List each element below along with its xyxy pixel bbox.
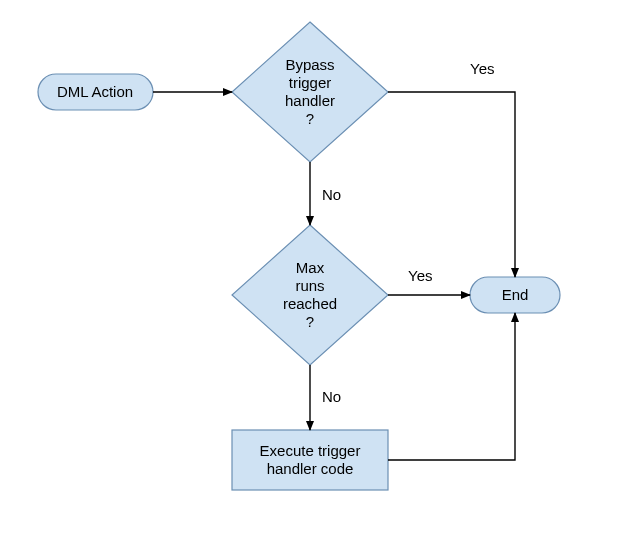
edge-d2-yes-label: Yes (408, 267, 432, 284)
node-process-execute: Execute trigger handler code (232, 430, 388, 490)
node-decision-maxruns: Max runs reached ? (232, 225, 388, 365)
d1-line3: handler (285, 92, 335, 109)
edge-d1-yes-label: Yes (470, 60, 494, 77)
d1-line2: trigger (289, 74, 332, 91)
node-end: End (470, 277, 560, 313)
edge-process-to-end (388, 313, 515, 460)
d1-line4: ? (306, 110, 314, 127)
edge-d2-no-label: No (322, 388, 341, 405)
d2-line4: ? (306, 313, 314, 330)
d2-line2: runs (295, 277, 324, 294)
node-decision-bypass: Bypass trigger handler ? (232, 22, 388, 162)
d1-line1: Bypass (285, 56, 334, 73)
node-end-label: End (502, 286, 529, 303)
node-start-label: DML Action (57, 83, 133, 100)
d2-line1: Max (296, 259, 325, 276)
d2-line3: reached (283, 295, 337, 312)
flowchart-canvas: DML Action Bypass trigger handler ? Max … (0, 0, 621, 541)
p1-line1: Execute trigger (260, 442, 361, 459)
edge-d1-yes-to-end (388, 92, 515, 277)
node-start: DML Action (38, 74, 153, 110)
edge-d1-no-label: No (322, 186, 341, 203)
p1-line2: handler code (267, 460, 354, 477)
